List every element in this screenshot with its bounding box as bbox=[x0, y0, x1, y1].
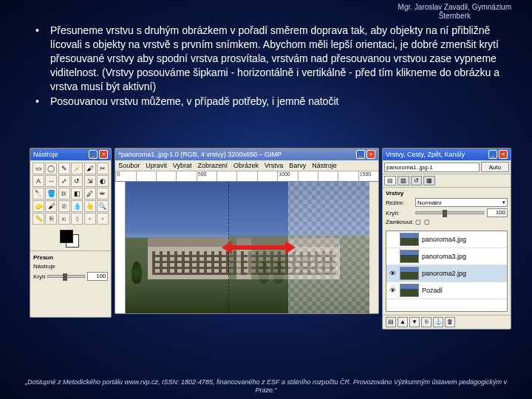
image-title: *panoroma1..jpg-1.0 (RGB, 4 vrstvy) 3200… bbox=[118, 151, 282, 158]
tool-icon-3[interactable]: 🪄 bbox=[71, 163, 83, 174]
minimize-button[interactable]: _ bbox=[488, 150, 497, 159]
bullet-1: Přesuneme vrstvu s druhým obrázkem v poř… bbox=[35, 24, 511, 93]
mode-dropdown[interactable]: Normální bbox=[415, 198, 508, 207]
minimize-button[interactable]: _ bbox=[356, 150, 365, 159]
menu-vybrat[interactable]: Vybrat bbox=[173, 162, 192, 169]
close-button[interactable]: × bbox=[499, 150, 508, 159]
visibility-eye-icon[interactable]: 👁 bbox=[388, 270, 397, 277]
tool-icon-1[interactable]: ◯ bbox=[45, 163, 57, 174]
layers-titlebar[interactable]: Vrstvy, Cesty, Zpět, Kanály _ × bbox=[383, 149, 511, 160]
horizontal-move-arrow bbox=[222, 242, 296, 253]
tool-icon-27[interactable]: ⎀ bbox=[71, 213, 83, 225]
footer-citation: „Dostupné z Metodického portálu www.rvp.… bbox=[15, 378, 517, 395]
layer-opacity-field[interactable]: 100 bbox=[487, 208, 508, 217]
layer-thumbnail bbox=[400, 250, 419, 263]
layer-row[interactable]: 👁panoroma2.jpg bbox=[386, 265, 507, 282]
layer-action-button-2[interactable]: ▼ bbox=[409, 317, 420, 327]
layer-name: Pozadí bbox=[422, 287, 443, 294]
menu-zobrazení[interactable]: Zobrazení bbox=[198, 162, 228, 169]
layer-action-button-3[interactable]: ⎘ bbox=[421, 317, 432, 327]
close-button[interactable]: × bbox=[366, 150, 375, 159]
tool-icon-19[interactable]: 🖌 bbox=[45, 200, 57, 212]
layer-buttons: ▤▲▼⎘⚓🗑 bbox=[383, 315, 511, 329]
tool-icon-23[interactable]: 🔍 bbox=[97, 200, 109, 212]
toolbox-titlebar[interactable]: Nástroje _ × bbox=[30, 149, 111, 160]
tool-icon-0[interactable]: ▭ bbox=[33, 163, 44, 174]
tool-icon-22[interactable]: 👆 bbox=[84, 200, 96, 212]
tool-icon-9[interactable]: ↺ bbox=[71, 175, 83, 187]
layer-opacity-slider[interactable] bbox=[415, 211, 484, 214]
tool-icon-8[interactable]: ⤢ bbox=[58, 175, 70, 187]
tool-icon-11[interactable]: ◐ bbox=[97, 175, 109, 187]
tool-icon-14[interactable]: ⛭ bbox=[58, 188, 70, 200]
auto-button[interactable]: Auto bbox=[481, 162, 509, 172]
opacity-field[interactable]: 100 bbox=[87, 272, 108, 281]
screenshot-row: Nástroje _ × ▭◯✎🪄🖌✂A↔⤢↺⇲◐🔪🪣⛭◧🖊✏🧽🖌⎚💧👆🔍📏⎘⎌… bbox=[30, 148, 511, 330]
tool-icon-17[interactable]: ✏ bbox=[97, 188, 109, 200]
close-button[interactable]: × bbox=[99, 150, 108, 159]
tool-icon-2[interactable]: ✎ bbox=[58, 163, 70, 174]
image-titlebar[interactable]: *panoroma1..jpg-1.0 (RGB, 4 vrstvy) 3200… bbox=[115, 149, 378, 160]
layer-row[interactable]: 👁Pozadí bbox=[386, 282, 507, 299]
menu-vrstva[interactable]: Vrstva bbox=[265, 162, 283, 169]
layer-list: panoroma4.jpgpanoroma3.jpg👁panoroma2.jpg… bbox=[386, 231, 508, 312]
tool-icon-20[interactable]: ⎚ bbox=[58, 200, 70, 212]
lock-label: Zamknout: bbox=[386, 219, 412, 225]
menu-obrázek[interactable]: Obrázek bbox=[233, 162, 259, 169]
dock-tab-3[interactable]: ▦ bbox=[423, 176, 435, 185]
menu-nástroje[interactable]: Nástroje bbox=[312, 162, 337, 169]
tool-icon-4[interactable]: 🖌 bbox=[84, 163, 96, 174]
tool-icon-26[interactable]: ⎌ bbox=[58, 213, 70, 225]
ruler-tick bbox=[257, 171, 277, 181]
arrow-left-icon bbox=[222, 241, 232, 254]
dock-tab-1[interactable]: ▨ bbox=[398, 176, 409, 185]
color-swatches[interactable] bbox=[30, 227, 111, 250]
ruler-tick: 1500 bbox=[358, 171, 378, 181]
tool-icon-24[interactable]: 📏 bbox=[33, 213, 44, 225]
menu-barvy[interactable]: Barvy bbox=[289, 162, 306, 169]
layer-action-button-5[interactable]: 🗑 bbox=[445, 317, 455, 327]
tool-icon-18[interactable]: 🧽 bbox=[33, 200, 44, 212]
foreground-color-swatch[interactable] bbox=[60, 230, 73, 243]
lock-pixels-icon[interactable]: ▢ bbox=[415, 219, 421, 225]
visibility-eye-icon[interactable]: 👁 bbox=[388, 287, 397, 294]
tool-icon-7[interactable]: ↔ bbox=[45, 175, 57, 187]
layer-thumbnail bbox=[400, 284, 419, 297]
tool-icon-29[interactable]: ◦ bbox=[97, 213, 109, 225]
layer-action-button-0[interactable]: ▤ bbox=[386, 317, 396, 327]
gimp-layers-dock: Vrstvy, Cesty, Zpět, Kanály _ × Auto ▤▨↺… bbox=[382, 148, 511, 330]
tool-icon-28[interactable]: ◦ bbox=[84, 213, 96, 225]
gimp-toolbox-window: Nástroje _ × ▭◯✎🪄🖌✂A↔⤢↺⇲◐🔪🪣⛭◧🖊✏🧽🖌⎚💧👆🔍📏⎘⎌… bbox=[30, 148, 112, 318]
tool-icon-25[interactable]: ⎘ bbox=[45, 213, 57, 225]
mode-label: Režim: bbox=[386, 200, 412, 206]
tool-icon-5[interactable]: ✂ bbox=[97, 163, 109, 174]
tool-icon-21[interactable]: 💧 bbox=[71, 200, 83, 212]
tool-icon-12[interactable]: 🔪 bbox=[33, 188, 44, 200]
tool-icon-10[interactable]: ⇲ bbox=[84, 175, 96, 187]
bullet-2: Posouvanou vrstvu můžeme, v případě potř… bbox=[35, 95, 511, 109]
canvas[interactable] bbox=[126, 182, 369, 313]
tool-icon-6[interactable]: A bbox=[33, 175, 44, 187]
layer-row[interactable]: panoroma4.jpg bbox=[386, 231, 507, 248]
layer-action-button-4[interactable]: ⚓ bbox=[433, 317, 443, 327]
tool-icon-13[interactable]: 🪣 bbox=[45, 188, 57, 200]
layer-row[interactable]: panoroma3.jpg bbox=[386, 248, 507, 265]
minimize-button[interactable]: _ bbox=[89, 150, 98, 159]
dock-tab-2[interactable]: ↺ bbox=[411, 176, 422, 185]
layer-name: panoroma3.jpg bbox=[422, 253, 466, 260]
opacity-label: Krytí bbox=[33, 273, 45, 280]
opacity-slider[interactable] bbox=[47, 275, 85, 278]
layer-name: panoroma4.jpg bbox=[422, 236, 466, 243]
lock-alpha-icon[interactable]: ▢ bbox=[424, 219, 430, 225]
tool-icon-15[interactable]: ◧ bbox=[71, 188, 83, 200]
ruler-tick bbox=[216, 171, 236, 181]
section-label: Vrstvy bbox=[386, 190, 508, 197]
ruler-tick: 500 bbox=[197, 171, 216, 181]
menu-soubor[interactable]: Soubor bbox=[118, 162, 140, 169]
dock-tab-0[interactable]: ▤ bbox=[384, 176, 396, 185]
image-selector-field[interactable] bbox=[384, 163, 480, 172]
tool-icon-16[interactable]: 🖊 bbox=[84, 188, 96, 200]
tool-opt-label: Nástroje bbox=[33, 263, 55, 270]
layer-action-button-1[interactable]: ▲ bbox=[398, 317, 408, 327]
menu-upravit[interactable]: Upravit bbox=[146, 162, 167, 169]
